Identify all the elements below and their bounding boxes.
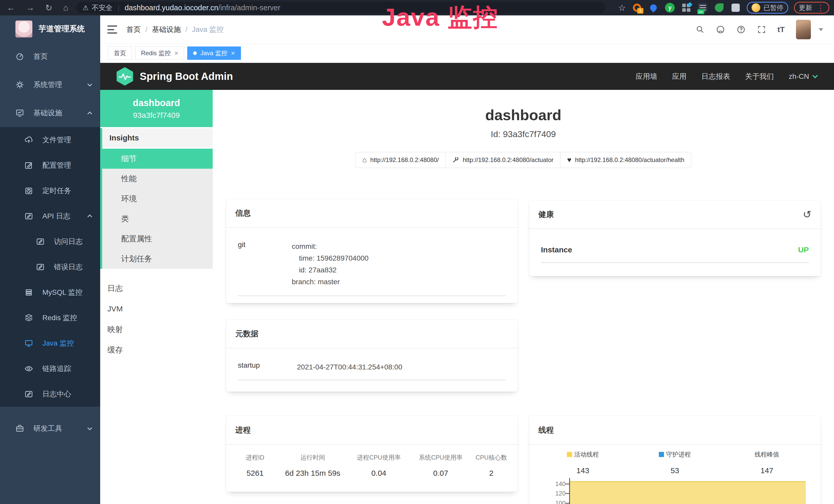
page-instance-id: Id: 93a3fc7f7409 [213,129,834,139]
insights-item-metrics[interactable]: 性能 [102,169,213,189]
health-url-button[interactable]: ♥ http://192.168.0.2:48080/actuator/heal… [561,152,691,168]
process-card-header: 进程 [226,416,518,445]
app-logo-row[interactable]: 芋道管理系统 [0,16,100,42]
sidebar-item-scheduled-jobs[interactable]: 定时任务 [0,178,100,203]
breadcrumb-infrastructure[interactable]: 基础设施 [152,25,181,35]
reload-icon[interactable]: ↻ [45,3,52,13]
breadcrumb-home[interactable]: 首页 [126,25,141,35]
sidebar-item-label: 文件管理 [42,135,91,145]
sba-nav-applications[interactable]: 应用 [672,72,686,82]
sidebar-item-system-mgmt[interactable]: 系统管理 [0,71,100,99]
github-icon[interactable] [716,25,725,34]
sidebar-item-label: 错误日志 [54,262,91,272]
instance-item-caches[interactable]: 缓存 [100,340,213,360]
sidebar-item-file-mgmt[interactable]: 文件管理 [0,127,100,153]
fullscreen-icon[interactable] [757,25,766,34]
chevron-up-icon [87,214,92,219]
insights-item-scheduled-tasks[interactable]: 计划任务 [102,249,213,269]
sidebar-item-label: 系统管理 [34,80,79,90]
tags-view-bar: 首页 Redis 监控 × Java 监控 × [100,44,834,63]
close-icon[interactable]: × [231,49,235,57]
avatar-caret-icon[interactable] [818,28,823,31]
live-threads-area [570,481,806,504]
extension-leaf-icon[interactable] [714,2,725,13]
val-system-cpu: 0.07 [411,469,470,478]
sidebar-item-label: 研发工具 [34,423,79,433]
sidebar-item-access-log[interactable]: 访问日志 [0,229,100,254]
legend-live-threads: 活动线程 [537,450,629,459]
sidebar-item-java-monitor[interactable]: Java 监控 [0,330,100,356]
sidebar-item-tracing[interactable]: 链路追踪 [0,356,100,381]
sba-nav: 应用墙 应用 日志报表 关于我们 zh-CN [636,72,834,82]
app-logo [16,21,32,38]
extension-puzzle-icon[interactable] [730,2,741,13]
metadata-card-body: startup 2021-04-27T00:44:31.254+08:00 [226,348,518,380]
sidebar-item-label: 首页 [34,52,91,61]
help-icon[interactable] [737,25,746,34]
sidebar-toggle-icon[interactable] [107,25,117,33]
font-size-icon[interactable]: tT [777,25,785,34]
legend-daemon-threads: 守护进程 [629,450,721,459]
insights-item-details[interactable]: 细节 [102,148,213,169]
update-browser-button[interactable]: 更新 ⋮ [794,2,829,14]
metadata-key: startup [238,361,297,373]
wrench-icon [452,157,459,163]
log-edit-icon [24,212,33,221]
instance-item-logs[interactable]: 日志 [100,278,213,299]
git-time-line: time: 1596289704000 [292,252,506,264]
sba-nav-journal[interactable]: 日志报表 [701,72,730,82]
pin-icon [649,3,658,13]
col-uptime: 运行时间 [279,453,347,462]
address-bar[interactable]: ⚠ 不安全 | dashboard.yudao.iocoder.cn /infr… [76,2,605,14]
security-label[interactable]: 不安全 [92,3,112,12]
close-icon[interactable]: × [174,49,178,57]
extension-grid-icon[interactable] [681,2,692,13]
sidebar-item-config-mgmt[interactable]: 配置管理 [0,153,100,178]
tab-java-monitor[interactable]: Java 监控 × [187,46,241,60]
extension-pin-icon[interactable] [648,2,659,13]
insights-item-config-props[interactable]: 配置属性 [102,229,213,249]
sba-brand[interactable]: Spring Boot Admin [117,67,233,86]
actuator-url-button[interactable]: http://192.168.0.2:48080/actuator [446,152,561,168]
profile-paused-chip[interactable]: 已暂停 [747,2,788,14]
monitor-chart-icon [16,109,24,117]
sba-nav-wallboard[interactable]: 应用墙 [636,72,657,82]
instance-links: ⌂ http://192.168.0.2:48080/ http://192.1… [213,152,834,168]
threads-card-title: 线程 [539,425,554,435]
chevron-down-icon [87,426,92,430]
home-icon[interactable]: ⌂ [63,3,68,13]
health-history-icon[interactable]: ↺ [803,208,811,220]
sidebar-item-label: MySQL 监控 [42,288,91,297]
sidebar-item-error-log[interactable]: 错误日志 [0,254,100,280]
sba-content: dashboard 93a3fc7f7409 Insights 细节 性能 环境… [100,90,834,504]
tab-redis-monitor[interactable]: Redis 监控 × [135,46,184,60]
insights-item-classes[interactable]: 类 [102,209,213,229]
insights-item-environment[interactable]: 环境 [102,189,213,209]
service-url-button[interactable]: ⌂ http://192.168.0.2:48080/ [355,152,446,168]
sidebar-item-api-log[interactable]: API 日志 [0,203,100,229]
sidebar-item-dev-tools[interactable]: 研发工具 [0,414,100,443]
sidebar-item-infrastructure[interactable]: 基础设施 [0,99,100,127]
back-icon[interactable]: ← [7,3,15,13]
info-value: commit: time: 1596289704000 id: 27aa832 … [292,240,506,288]
sidebar-item-mysql-monitor[interactable]: MySQL 监控 [0,280,100,305]
bookmark-star-icon[interactable]: ☆ [618,3,626,13]
sba-locale-select[interactable]: zh-CN [789,72,817,81]
instance-item-jvm[interactable]: JVM [100,299,213,319]
sidebar-item-home[interactable]: 首页 [0,42,100,71]
sidebar-item-log-center[interactable]: 日志中心 [0,381,100,407]
extension-orange-icon[interactable]: 1 [632,2,642,13]
menu-dots-icon[interactable]: ⋮ [817,3,825,12]
sba-nav-about[interactable]: 关于我们 [745,72,774,82]
extension-green-y-icon[interactable]: y [664,2,675,13]
forward-icon[interactable]: → [26,3,35,13]
tick-mark [566,503,569,504]
tab-home[interactable]: 首页 [108,46,132,60]
extension-switch-icon[interactable]: on [697,2,708,13]
legend-peak-threads: 线程峰值 [721,450,813,459]
update-label: 更新 [799,3,812,12]
instance-item-mappings[interactable]: 映射 [100,319,213,340]
search-icon[interactable] [695,25,705,34]
sidebar-item-redis-monitor[interactable]: Redis 监控 [0,305,100,330]
avatar[interactable] [796,20,811,39]
